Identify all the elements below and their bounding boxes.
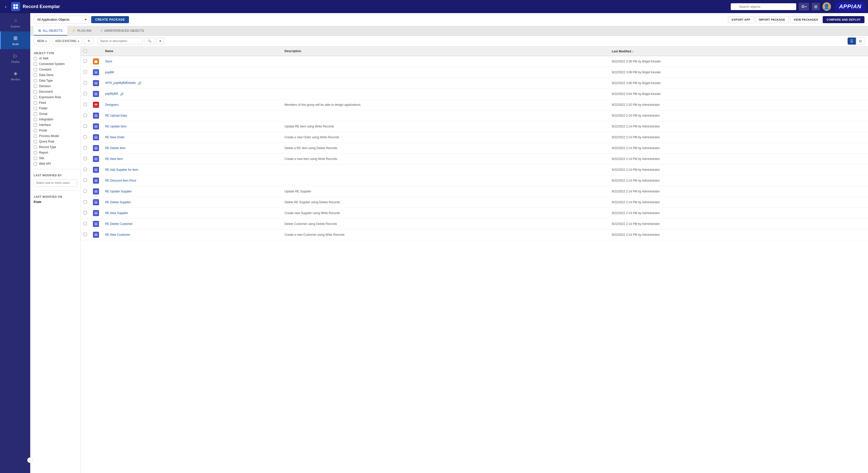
add-existing-button[interactable]: ADD EXISTING ▾ (52, 38, 82, 44)
filter-web-api[interactable]: Web API (30, 161, 80, 166)
filter-expression-rule[interactable]: Expression Rule (30, 94, 80, 100)
row-checkbox[interactable] (84, 233, 87, 236)
object-link[interactable]: payBill (105, 70, 114, 74)
object-filter-dropdown[interactable]: All Application ObjectsMy ObjectsRecentl… (34, 15, 89, 24)
object-link[interactable]: payMyBill (105, 92, 118, 95)
filter-interface[interactable]: Interface (30, 122, 80, 128)
filter-options-button[interactable]: ▾ (156, 38, 164, 44)
filter-site[interactable]: Site (30, 155, 80, 161)
object-link[interactable]: RE Delete Customer (105, 222, 133, 226)
sidebar-item-deploy[interactable]: ▷ Deploy (0, 49, 30, 67)
filter-data-type[interactable]: Data Type (30, 78, 80, 83)
sidebar-item-monitor[interactable]: ◈ Monitor (0, 67, 30, 84)
filter-query-rule[interactable]: Query Rule (30, 139, 80, 144)
select-all-checkbox[interactable] (84, 49, 87, 53)
object-link[interactable]: APSI_payMyBillDetails (105, 81, 136, 85)
object-link[interactable]: RE Delete Item (105, 146, 125, 150)
object-link[interactable]: RE Add Supplier for Item (105, 168, 138, 171)
object-link[interactable]: RE New Customer (105, 233, 130, 236)
row-checkbox[interactable] (84, 59, 87, 63)
row-checkbox[interactable] (84, 103, 87, 106)
object-link[interactable]: RE New Order (105, 135, 125, 139)
refresh-button[interactable]: ↻ (84, 38, 93, 44)
row-checkbox[interactable] (84, 211, 87, 214)
filter-search-button[interactable]: 🔍 (144, 38, 155, 44)
name-filter-input[interactable] (97, 38, 143, 44)
new-button[interactable]: NEW ▾ (34, 38, 50, 44)
filter-checkbox-process-model[interactable] (34, 134, 37, 138)
filter-group[interactable]: Group (30, 111, 80, 117)
compact-view-button[interactable]: ⊟ (857, 37, 865, 44)
import-package-button[interactable]: IMPORT PACKAGE (755, 16, 789, 23)
filter-checkbox-report[interactable] (34, 151, 37, 154)
filter-checkbox-record-type[interactable] (34, 146, 37, 149)
filter-checkbox-feed[interactable] (34, 101, 37, 104)
row-checkbox[interactable] (84, 92, 87, 95)
filter-checkbox-data-store[interactable] (34, 73, 37, 77)
filter-checkbox-query-rule[interactable] (34, 140, 37, 143)
filter-checkbox-group[interactable] (34, 112, 37, 116)
row-checkbox[interactable] (84, 179, 87, 182)
grid-button[interactable]: ⊞ (812, 3, 820, 10)
avatar[interactable]: 👤 (823, 2, 831, 11)
filter-checkbox-connected-system[interactable] (34, 62, 37, 66)
filter-checkbox-document[interactable] (34, 90, 37, 93)
object-link[interactable]: RE Upload Data (105, 114, 127, 117)
filter-portal[interactable]: Portal (30, 128, 80, 133)
row-checkbox[interactable] (84, 135, 87, 138)
filter-checkbox-constant[interactable] (34, 68, 37, 71)
row-checkbox[interactable] (84, 70, 87, 73)
modified-by-input[interactable] (33, 179, 77, 186)
filter-feed[interactable]: Feed (30, 100, 80, 105)
collapse-sidebar-button[interactable]: ‹ (27, 458, 33, 463)
object-link[interactable]: RE New Supplier (105, 211, 128, 215)
filter-checkbox-web-api[interactable] (34, 162, 37, 165)
settings-button[interactable]: ⚙ ▾ (799, 3, 809, 10)
filter-checkbox-portal[interactable] (34, 129, 37, 132)
filter-checkbox-decision[interactable] (34, 85, 37, 88)
row-checkbox[interactable] (84, 146, 87, 149)
row-checkbox[interactable] (84, 81, 87, 84)
filter-document[interactable]: Document (30, 89, 80, 94)
object-link[interactable]: RE Delete Supplier (105, 200, 131, 204)
filter-checkbox-ai-skill[interactable] (34, 57, 37, 60)
filter-ai-skill[interactable]: AI Skill (30, 56, 80, 61)
object-link[interactable]: Store (105, 60, 112, 63)
sidebar-item-build[interactable]: ⊞ Build (0, 31, 30, 49)
row-checkbox[interactable] (84, 189, 87, 193)
filter-report[interactable]: Report (30, 150, 80, 155)
create-package-button[interactable]: CREATE PACKAGE (91, 16, 129, 23)
list-view-button[interactable]: ☰ (847, 37, 856, 44)
row-checkbox[interactable] (84, 200, 87, 203)
filter-record-type[interactable]: Record Type (30, 144, 80, 150)
filter-integration[interactable]: Integration (30, 117, 80, 122)
filter-folder[interactable]: Folder (30, 105, 80, 111)
back-button[interactable]: ‹ (3, 3, 8, 10)
filter-checkbox-folder[interactable] (34, 107, 37, 110)
filter-data-store[interactable]: Data Store (30, 72, 80, 78)
row-checkbox[interactable] (84, 124, 87, 128)
filter-connected-system[interactable]: Connected System (30, 61, 80, 67)
object-link[interactable]: RE Discount Item Price (105, 179, 136, 182)
object-link[interactable]: RE New Item (105, 157, 123, 161)
filter-checkbox-site[interactable] (34, 157, 37, 160)
tab-all-objects[interactable]: ⊞ ALL OBJECTS (34, 26, 67, 35)
compare-deploy-button[interactable]: COMPARE AND DEPLOY (823, 16, 865, 23)
row-checkbox[interactable] (84, 157, 87, 160)
object-link[interactable]: RE Update Supplier (105, 190, 132, 193)
filter-decision[interactable]: Decision (30, 83, 80, 89)
filter-checkbox-interface[interactable] (34, 123, 37, 127)
filter-checkbox-data-type[interactable] (34, 79, 37, 82)
tab-unreferenced-objects[interactable]: ○ UNREFERENCED OBJECTS (96, 26, 149, 35)
object-link[interactable]: RE Update Item (105, 125, 126, 128)
sidebar-item-explore[interactable]: ○ Explore (0, 14, 30, 31)
row-checkbox[interactable] (84, 114, 87, 117)
export-app-button[interactable]: EXPORT APP (728, 16, 754, 23)
tab-plug-ins[interactable]: ⚡ PLUG-INS (67, 26, 96, 35)
filter-constant[interactable]: Constant (30, 67, 80, 72)
view-packages-button[interactable]: VIEW PACKAGES (790, 16, 822, 23)
header-modified-col[interactable]: Last Modified ↓ (609, 46, 868, 56)
row-checkbox[interactable] (84, 168, 87, 171)
filter-checkbox-expression-rule[interactable] (34, 96, 37, 99)
search-input[interactable] (731, 3, 796, 10)
